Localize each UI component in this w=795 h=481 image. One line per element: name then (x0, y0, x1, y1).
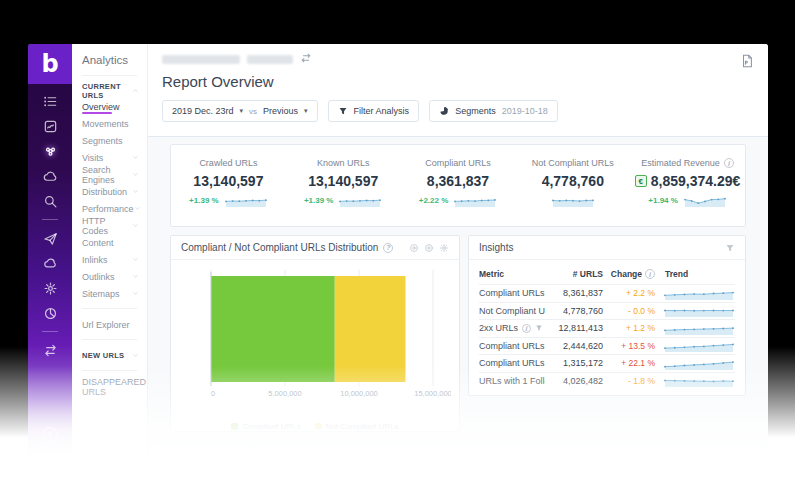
sidebar-item-http-codes[interactable]: HTTP Codes (82, 217, 147, 234)
divider (82, 308, 137, 309)
chevron-down-icon (132, 352, 139, 360)
metric-change: + 1.2 % (603, 323, 655, 333)
legend-swatch (231, 423, 238, 430)
export-pdf-icon[interactable] (740, 54, 754, 72)
legend-label: Not Compliant URLs (326, 422, 399, 431)
breadcrumb-analysis-blurred[interactable] (247, 55, 293, 64)
sidebar-item-segments[interactable]: Segments (82, 132, 147, 149)
chevron-down-icon (132, 154, 139, 162)
sparkline (224, 194, 268, 207)
sidebar-item-movements[interactable]: Movements (82, 115, 147, 132)
snapshot-icon[interactable] (409, 243, 419, 253)
info-icon[interactable]: i (645, 269, 655, 279)
stacked-bar-chart: Compliant URLs: 8,361,837Not Compliant U… (171, 260, 459, 431)
kpi-value: 8,361,837 (427, 173, 489, 189)
sidebar-item-label: Segments (82, 136, 123, 146)
info-icon[interactable]: ? (383, 243, 393, 253)
chevron-down-icon (134, 205, 141, 213)
sidebar-item-performance[interactable]: Performance (82, 200, 147, 217)
svg-text:15,000,000: 15,000,000 (414, 389, 451, 398)
legend-item[interactable]: Compliant URLs (231, 422, 300, 431)
settings-icon[interactable] (439, 243, 449, 253)
chart-legend: Compliant URLsNot Compliant URLs (179, 422, 451, 431)
sidebar-section-current-urls[interactable]: CURRENT URLS (82, 83, 147, 98)
sidebar-item-disappeared-urls[interactable]: DISAPPEARED URLS (82, 378, 147, 395)
segments-label: Segments (455, 106, 496, 116)
sidebar-item-label: Performance (82, 204, 134, 214)
col-urls: # URLS (545, 269, 603, 279)
kpi-value: 4,778,760 (542, 173, 604, 189)
gear-icon[interactable] (41, 279, 59, 297)
search-icon[interactable] (41, 192, 59, 210)
sidebar-item-label: Movements (82, 119, 129, 129)
sidebar-item-sitemaps[interactable]: Sitemaps (82, 285, 147, 302)
platform-cloud-icon[interactable] (41, 254, 59, 272)
sparkline (338, 194, 382, 207)
sidebar-item-overview[interactable]: Overview (82, 98, 147, 115)
sidebar-item-label: Distribution (82, 187, 127, 197)
analysis-brain-icon[interactable] (41, 142, 59, 160)
bar-segment[interactable]: Compliant URLs: 8,361,837 (211, 276, 335, 382)
sidebar-item-label: HTTP Codes (82, 216, 132, 236)
data-icon[interactable] (424, 243, 434, 253)
insights-filter-icon[interactable] (725, 243, 735, 253)
sidebar-item-distribution[interactable]: Distribution (82, 183, 147, 200)
kpi-value: 8,859,374.29€ (651, 173, 741, 189)
kpi-change: +1.39 % (189, 196, 219, 205)
sparkline (663, 304, 735, 317)
info-icon[interactable]: i (724, 158, 734, 168)
sidebar-item-content[interactable]: Content (82, 234, 147, 251)
sidebar-item-new-urls[interactable]: NEW URLS (82, 347, 147, 364)
compare-arrows-icon[interactable] (300, 50, 312, 68)
date-dropdown[interactable]: 2019 Dec. 23rd (172, 106, 234, 116)
bar-segment[interactable]: Not Compliant URLs: 4,778,760 (335, 276, 406, 382)
segments-button[interactable]: Segments 2019-10-18 (429, 100, 558, 122)
sidebar-item-outlinks[interactable]: Outlinks (82, 268, 147, 285)
kpi-change: +1.94 % (648, 196, 678, 205)
sparkline (663, 357, 735, 370)
sidebar-item-visits[interactable]: Visits (82, 149, 147, 166)
send-icon[interactable] (41, 229, 59, 247)
sidebar-title: Analytics (82, 54, 147, 66)
botify-logo[interactable]: b (28, 44, 72, 84)
kpi-card-not-compliant-urls: Not Compliant URLs4,778,760 (515, 145, 630, 226)
sidebar-item-label: Sitemaps (82, 289, 120, 299)
metric-urls: 4,778,760 (545, 306, 603, 316)
metric-urls: 1,315,172 (545, 358, 603, 368)
chevron-down-icon (132, 188, 139, 196)
kpi-label: Estimated Revenue (641, 158, 720, 168)
sidebar-item-url-explorer[interactable]: Url Explorer (82, 316, 147, 333)
rail-divider (42, 219, 58, 220)
metric-urls: 2,444,620 (545, 341, 603, 351)
reports-clock-icon[interactable] (41, 304, 59, 322)
distribution-chart-panel: Compliant / Not Compliant URLs Distribut… (170, 235, 460, 432)
info-icon[interactable]: i (522, 324, 531, 333)
swap-icon[interactable] (41, 341, 59, 359)
help-icon[interactable]: ? (43, 427, 58, 442)
sidebar-item-inlinks[interactable]: Inlinks (82, 251, 147, 268)
divider (82, 75, 137, 76)
sparkline (663, 339, 735, 352)
filter-funnel-icon[interactable] (535, 324, 543, 332)
sparkline (663, 287, 735, 300)
svg-text:10,000,000: 10,000,000 (340, 389, 378, 398)
divider (82, 370, 137, 371)
list-icon[interactable] (41, 92, 59, 110)
pie-icon (439, 106, 449, 116)
sidebar-item-search-engines[interactable]: Search Engines (82, 166, 147, 183)
cloud-icon[interactable] (41, 167, 59, 185)
compare-dropdown[interactable]: Previous (263, 106, 298, 116)
metric-name: Not Compliant URLs (479, 306, 545, 316)
content-area: Crawled URLs13,140,597+1.39 % Known URLs… (148, 137, 768, 462)
date-comparison-selector[interactable]: 2019 Dec. 23rd ▾ vs Previous ▾ (162, 100, 318, 122)
metric-name: URLs with 1 Follow Inlink (479, 376, 545, 386)
chevron-down-icon (132, 273, 139, 281)
app-window: b ? Analytics CURRENT URLSOverviewMoveme… (28, 44, 768, 462)
vs-label: vs (249, 107, 257, 116)
breadcrumb-project-blurred[interactable] (162, 55, 240, 64)
filter-analysis-label: Filter Analysis (354, 106, 410, 116)
legend-item[interactable]: Not Compliant URLs (315, 422, 399, 431)
chevron-down-icon (132, 171, 139, 179)
crawler-icon[interactable] (41, 117, 59, 135)
filter-analysis-button[interactable]: Filter Analysis (328, 100, 420, 122)
